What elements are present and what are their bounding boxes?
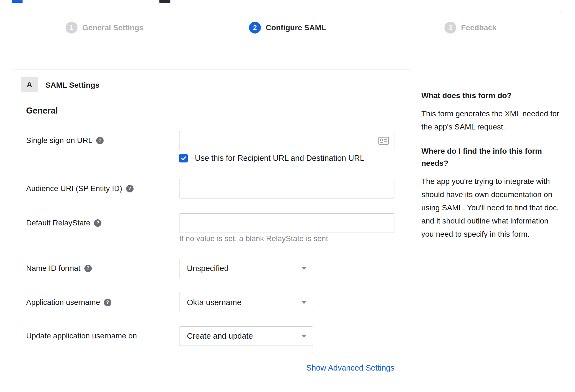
relay-state-hint: If no value is set, a blank RelayState i…: [179, 234, 328, 243]
app-username-label: Application username: [26, 298, 100, 307]
section-title: SAML Settings: [45, 81, 99, 90]
sidebar-answer-2: The app you're trying to integrate with …: [421, 175, 563, 241]
sso-url-label-row: Single sign-on URL ?: [26, 136, 104, 145]
help-icon[interactable]: ?: [104, 299, 111, 306]
relay-state-input[interactable]: [179, 213, 394, 233]
step-general-settings[interactable]: 1 General Settings: [13, 12, 196, 43]
audience-uri-label: Audience URI (SP Entity ID): [26, 184, 122, 193]
sso-url-label: Single sign-on URL: [26, 136, 92, 145]
help-icon[interactable]: ?: [94, 219, 101, 227]
update-username-label: Update application username on: [26, 332, 137, 340]
name-id-format-label: Name ID format: [26, 264, 81, 273]
step-number-badge: 2: [249, 22, 261, 34]
recipient-destination-checkbox[interactable]: [179, 154, 188, 162]
cropped-logo-fragment: [12, 0, 23, 3]
sidebar-question-1: What does this form do?: [421, 90, 563, 102]
help-icon[interactable]: ?: [84, 265, 92, 272]
relay-state-label: Default RelayState: [26, 219, 90, 227]
step-label: General Settings: [82, 23, 144, 32]
audience-uri-input[interactable]: [179, 179, 394, 198]
help-icon[interactable]: ?: [126, 185, 134, 192]
step-feedback[interactable]: 3 Feedback: [379, 12, 562, 43]
step-label: Feedback: [461, 23, 497, 32]
sso-recipient-checkbox-row: Use this for Recipient URL and Destinati…: [179, 154, 364, 163]
help-icon[interactable]: ?: [96, 137, 104, 144]
app-username-select[interactable]: Okta username: [179, 293, 313, 312]
step-label: Configure SAML: [266, 23, 326, 32]
sso-url-input[interactable]: [179, 131, 394, 150]
audience-uri-label-row: Audience URI (SP Entity ID) ?: [26, 184, 134, 194]
update-username-label-row: Update application username on: [26, 331, 137, 341]
update-username-select[interactable]: Create and update: [179, 326, 313, 346]
show-advanced-settings-link[interactable]: Show Advanced Settings: [179, 363, 394, 372]
saml-settings-panel: A SAML Settings General Single sign-on U…: [13, 70, 411, 392]
wizard-stepper: 1 General Settings 2 Configure SAML 3 Fe…: [13, 12, 562, 43]
name-id-format-value: Unspecified: [187, 264, 302, 273]
app-username-value: Okta username: [187, 298, 302, 307]
chevron-down-icon: [302, 301, 306, 304]
step-configure-saml[interactable]: 2 Configure SAML: [196, 12, 379, 43]
recipient-destination-checkbox-label: Use this for Recipient URL and Destinati…: [195, 154, 364, 163]
chevron-down-icon: [302, 335, 306, 338]
sidebar-question-2: Where do I find the info this form needs…: [421, 145, 563, 169]
relay-state-label-row: Default RelayState ?: [26, 218, 101, 228]
sidebar-answer-1: This form generates the XML needed for t…: [421, 107, 563, 134]
group-title-general: General: [26, 106, 58, 116]
cropped-icon-fragment: [159, 0, 170, 3]
name-id-format-select[interactable]: Unspecified: [179, 259, 313, 278]
app-username-label-row: Application username ?: [26, 297, 111, 307]
section-a-badge: A: [21, 77, 38, 92]
update-username-value: Create and update: [187, 332, 302, 341]
chevron-down-icon: [302, 267, 306, 270]
help-sidebar: What does this form do? This form genera…: [421, 90, 563, 252]
name-id-format-label-row: Name ID format ?: [26, 263, 92, 273]
step-number-badge: 1: [66, 22, 78, 34]
step-number-badge: 3: [444, 22, 456, 34]
